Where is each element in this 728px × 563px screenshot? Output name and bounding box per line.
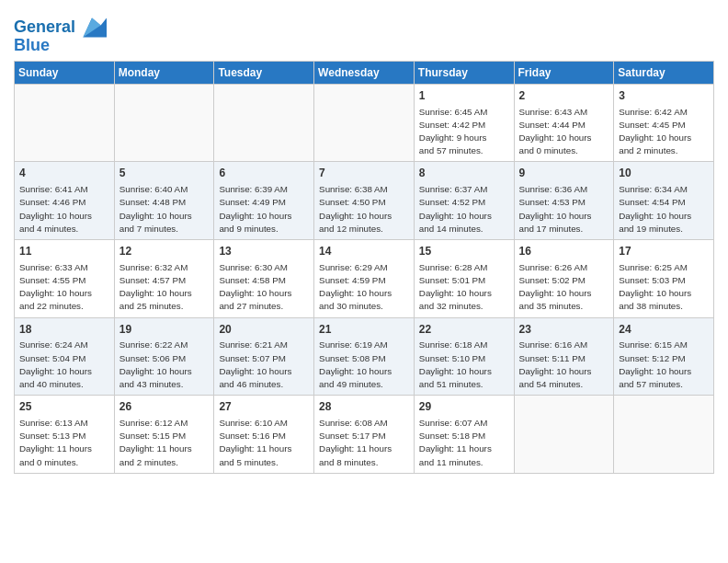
day-number: 16 [519,244,609,259]
day-info: Sunrise: 6:21 AM Sunset: 5:07 PM Dayligh… [219,339,309,391]
day-of-week-header: Sunday [15,61,115,84]
day-info: Sunrise: 6:12 AM Sunset: 5:15 PM Dayligh… [119,417,210,469]
logo-text: General [14,18,75,37]
day-info: Sunrise: 6:22 AM Sunset: 5:06 PM Dayligh… [119,339,210,391]
day-of-week-header: Thursday [414,61,514,84]
day-number: 15 [419,244,509,259]
day-info: Sunrise: 6:25 AM Sunset: 5:03 PM Dayligh… [619,261,709,314]
day-info: Sunrise: 6:08 AM Sunset: 5:17 PM Dayligh… [319,417,409,469]
day-info: Sunrise: 6:24 AM Sunset: 5:04 PM Dayligh… [19,339,109,391]
calendar-cell: 10Sunrise: 6:34 AM Sunset: 4:54 PM Dayli… [614,162,714,240]
calendar-cell: 11Sunrise: 6:33 AM Sunset: 4:55 PM Dayli… [15,240,115,318]
day-info: Sunrise: 6:36 AM Sunset: 4:53 PM Dayligh… [519,183,609,236]
day-number: 25 [19,399,109,415]
calendar-cell: 15Sunrise: 6:28 AM Sunset: 5:01 PM Dayli… [414,240,514,318]
logo-icon [77,15,107,40]
day-number: 14 [319,244,409,259]
calendar-cell: 18Sunrise: 6:24 AM Sunset: 5:04 PM Dayli… [15,317,115,396]
day-number: 20 [219,322,309,338]
day-info: Sunrise: 6:40 AM Sunset: 4:48 PM Dayligh… [119,183,210,236]
day-number: 10 [619,166,709,181]
day-of-week-header: Friday [514,61,614,84]
day-info: Sunrise: 6:43 AM Sunset: 4:44 PM Dayligh… [519,106,609,158]
calendar-cell: 7Sunrise: 6:38 AM Sunset: 4:50 PM Daylig… [314,162,415,240]
calendar-cell [214,84,314,162]
calendar-cell: 24Sunrise: 6:15 AM Sunset: 5:12 PM Dayli… [614,317,714,396]
calendar-cell [314,84,415,162]
day-number: 5 [119,166,210,181]
calendar-week-row: 25Sunrise: 6:13 AM Sunset: 5:13 PM Dayli… [15,396,714,474]
day-number: 6 [219,166,309,181]
calendar-header: SundayMondayTuesdayWednesdayThursdayFrid… [15,61,714,84]
calendar-cell: 23Sunrise: 6:16 AM Sunset: 5:11 PM Dayli… [514,317,614,396]
day-number: 8 [419,166,509,181]
day-info: Sunrise: 6:30 AM Sunset: 4:58 PM Dayligh… [219,261,309,314]
day-info: Sunrise: 6:34 AM Sunset: 4:54 PM Dayligh… [619,183,709,236]
logo-general: General [14,17,75,36]
day-of-week-header: Wednesday [314,61,415,84]
day-number: 28 [319,399,409,415]
day-number: 4 [19,166,109,181]
calendar-cell [514,396,614,474]
calendar-cell: 22Sunrise: 6:18 AM Sunset: 5:10 PM Dayli… [414,317,514,396]
day-number: 22 [419,322,509,338]
calendar-cell: 26Sunrise: 6:12 AM Sunset: 5:15 PM Dayli… [114,396,214,474]
calendar-cell: 2Sunrise: 6:43 AM Sunset: 4:44 PM Daylig… [514,84,614,162]
calendar-cell: 25Sunrise: 6:13 AM Sunset: 5:13 PM Dayli… [15,396,115,474]
day-number: 9 [519,166,609,181]
day-of-week-header: Monday [114,61,214,84]
day-info: Sunrise: 6:41 AM Sunset: 4:46 PM Dayligh… [19,183,109,236]
calendar-cell: 27Sunrise: 6:10 AM Sunset: 5:16 PM Dayli… [214,396,314,474]
calendar-cell: 17Sunrise: 6:25 AM Sunset: 5:03 PM Dayli… [614,240,714,318]
day-number: 11 [19,244,109,259]
day-info: Sunrise: 6:39 AM Sunset: 4:49 PM Dayligh… [219,183,309,236]
day-number: 29 [419,399,509,415]
day-number: 26 [119,399,210,415]
calendar-cell [114,84,214,162]
calendar-cell: 6Sunrise: 6:39 AM Sunset: 4:49 PM Daylig… [214,162,314,240]
calendar-cell: 1Sunrise: 6:45 AM Sunset: 4:42 PM Daylig… [414,84,514,162]
days-of-week-row: SundayMondayTuesdayWednesdayThursdayFrid… [15,61,714,84]
day-info: Sunrise: 6:07 AM Sunset: 5:18 PM Dayligh… [419,417,509,469]
day-info: Sunrise: 6:45 AM Sunset: 4:42 PM Dayligh… [419,106,509,158]
day-number: 24 [619,322,709,338]
day-number: 12 [119,244,210,259]
day-of-week-header: Saturday [614,61,714,84]
calendar-week-row: 1Sunrise: 6:45 AM Sunset: 4:42 PM Daylig… [15,84,714,162]
day-info: Sunrise: 6:19 AM Sunset: 5:08 PM Dayligh… [319,339,409,391]
day-info: Sunrise: 6:13 AM Sunset: 5:13 PM Dayligh… [19,417,109,469]
day-info: Sunrise: 6:26 AM Sunset: 5:02 PM Dayligh… [519,261,609,314]
day-info: Sunrise: 6:29 AM Sunset: 4:59 PM Dayligh… [319,261,409,314]
day-info: Sunrise: 6:32 AM Sunset: 4:57 PM Dayligh… [119,261,210,314]
day-number: 18 [19,322,109,338]
calendar: SundayMondayTuesdayWednesdayThursdayFrid… [14,61,714,474]
calendar-cell: 14Sunrise: 6:29 AM Sunset: 4:59 PM Dayli… [314,240,415,318]
day-number: 3 [619,88,709,104]
day-info: Sunrise: 6:37 AM Sunset: 4:52 PM Dayligh… [419,183,509,236]
day-number: 13 [219,244,309,259]
day-number: 1 [419,88,509,104]
day-of-week-header: Tuesday [214,61,314,84]
calendar-week-row: 18Sunrise: 6:24 AM Sunset: 5:04 PM Dayli… [15,317,714,396]
calendar-cell: 19Sunrise: 6:22 AM Sunset: 5:06 PM Dayli… [114,317,214,396]
day-number: 2 [519,88,609,104]
day-number: 7 [319,166,409,181]
calendar-cell: 29Sunrise: 6:07 AM Sunset: 5:18 PM Dayli… [414,396,514,474]
day-info: Sunrise: 6:28 AM Sunset: 5:01 PM Dayligh… [419,261,509,314]
calendar-week-row: 11Sunrise: 6:33 AM Sunset: 4:55 PM Dayli… [15,240,714,318]
calendar-cell: 5Sunrise: 6:40 AM Sunset: 4:48 PM Daylig… [114,162,214,240]
day-info: Sunrise: 6:18 AM Sunset: 5:10 PM Dayligh… [419,339,509,391]
calendar-cell: 3Sunrise: 6:42 AM Sunset: 4:45 PM Daylig… [614,84,714,162]
day-info: Sunrise: 6:38 AM Sunset: 4:50 PM Dayligh… [319,183,409,236]
calendar-cell: 12Sunrise: 6:32 AM Sunset: 4:57 PM Dayli… [114,240,214,318]
calendar-cell: 16Sunrise: 6:26 AM Sunset: 5:02 PM Dayli… [514,240,614,318]
day-number: 21 [319,322,409,338]
day-info: Sunrise: 6:16 AM Sunset: 5:11 PM Dayligh… [519,339,609,391]
calendar-week-row: 4Sunrise: 6:41 AM Sunset: 4:46 PM Daylig… [15,162,714,240]
day-number: 23 [519,322,609,338]
calendar-cell: 28Sunrise: 6:08 AM Sunset: 5:17 PM Dayli… [314,396,415,474]
calendar-cell: 8Sunrise: 6:37 AM Sunset: 4:52 PM Daylig… [414,162,514,240]
logo: General Blue [14,15,107,55]
calendar-cell: 20Sunrise: 6:21 AM Sunset: 5:07 PM Dayli… [214,317,314,396]
day-info: Sunrise: 6:42 AM Sunset: 4:45 PM Dayligh… [619,106,709,158]
